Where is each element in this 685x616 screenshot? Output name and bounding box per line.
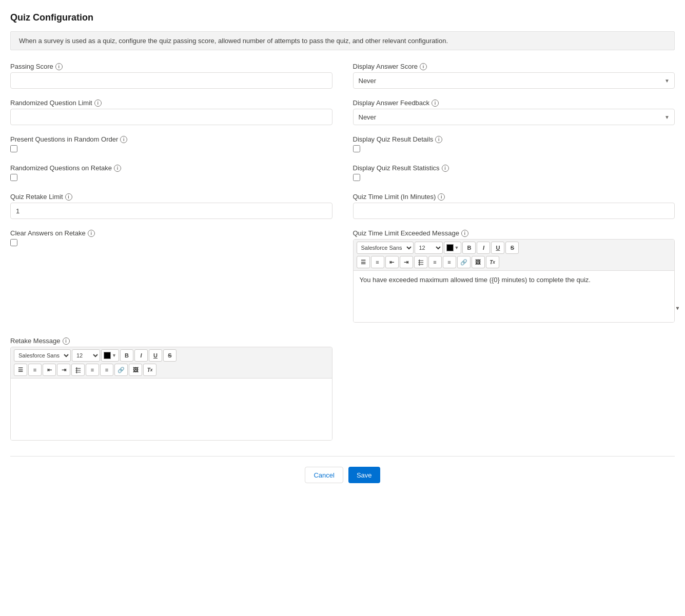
passing-score-info-icon[interactable]: i [55, 63, 63, 70]
retake-rte-align-right-button[interactable]: ≡ [100, 364, 113, 376]
randomized-questions-retake-checkbox[interactable] [10, 174, 17, 181]
display-answer-score-label: Display Answer Score i [353, 63, 675, 70]
footer-buttons: Cancel Save [10, 456, 675, 483]
retake-rte-align-left-button[interactable]: ⬱ [71, 364, 85, 376]
retake-rte-indent-right-button[interactable]: ⇥ [57, 364, 70, 376]
display-quiz-result-statistics-group: Display Quiz Result Statistics i [353, 164, 675, 183]
retake-message-group: Retake Message i Salesforce Sans ▼ 12 ▼ … [10, 337, 332, 441]
display-quiz-result-statistics-checkbox[interactable] [353, 174, 360, 181]
quiz-time-limit-group: Quiz Time Limit (In Minutes) i [353, 193, 675, 219]
quiz-retake-limit-group: Quiz Retake Limit i [10, 193, 332, 219]
quiz-retake-limit-info-icon[interactable]: i [65, 193, 72, 201]
randomized-question-limit-info-icon[interactable]: i [94, 100, 102, 107]
cancel-button[interactable]: Cancel [305, 467, 343, 483]
retake-rte-size-select[interactable]: 12 [72, 349, 100, 362]
rte-toolbar-row2: ☰ ≡ ⇤ ⇥ ⬱ ≡ ≡ 🔗 🖼 Tx [357, 256, 672, 268]
display-answer-feedback-info-icon[interactable]: i [432, 100, 439, 107]
present-questions-random-label: Present Questions in Random Order i [10, 135, 332, 143]
display-answer-feedback-label: Display Answer Feedback i [353, 99, 675, 107]
form-grid: Passing Score i Display Answer Score i N… [10, 63, 675, 333]
display-answer-score-select[interactable]: Never Always After Passing After Deadlin… [353, 72, 675, 89]
rte-font-select[interactable]: Salesforce Sans [357, 242, 414, 254]
quiz-time-limit-rte: Salesforce Sans ▼ 12 ▼ ▼ B I U S [353, 239, 675, 323]
present-questions-random-checkbox[interactable] [10, 145, 17, 152]
display-quiz-result-details-group: Display Quiz Result Details i [353, 135, 675, 154]
display-quiz-result-details-info-icon[interactable]: i [435, 136, 442, 143]
present-questions-random-group: Present Questions in Random Order i [10, 135, 332, 154]
quiz-time-limit-exceeded-message-group: Quiz Time Limit Exceeded Message i Sales… [353, 229, 675, 323]
quiz-time-limit-exceeded-message-label: Quiz Time Limit Exceeded Message i [353, 229, 675, 237]
retake-rte-font-select[interactable]: Salesforce Sans [14, 349, 71, 362]
rte-indent-right-button[interactable]: ⇥ [400, 256, 413, 268]
page-title: Quiz Configuration [10, 12, 675, 23]
retake-rte-ordered-list-button[interactable]: ≡ [28, 364, 42, 376]
randomized-questions-retake-group: Randomized Questions on Retake i [10, 164, 332, 183]
retake-rte-bold-button[interactable]: B [120, 349, 133, 362]
retake-rte-align-center-button[interactable]: ≡ [86, 364, 99, 376]
retake-message-rte-content[interactable] [11, 379, 332, 440]
randomized-question-limit-label: Randomized Question Limit i [10, 99, 332, 107]
display-quiz-result-details-checkbox[interactable] [353, 145, 360, 152]
quiz-retake-limit-input[interactable] [10, 203, 332, 219]
quiz-time-limit-rte-content[interactable]: You have exceeded maximum allowed time (… [354, 271, 675, 322]
rte-unordered-list-button[interactable]: ☰ [357, 256, 370, 268]
retake-message-label: Retake Message i [10, 337, 332, 345]
save-button[interactable]: Save [348, 467, 380, 483]
rte-toolbar-row1: Salesforce Sans ▼ 12 ▼ ▼ B I U S [357, 242, 672, 254]
retake-rte-strikethrough-button[interactable]: S [163, 349, 177, 362]
retake-rte-indent-left-button[interactable]: ⇤ [43, 364, 56, 376]
clear-answers-retake-checkbox[interactable] [10, 239, 17, 246]
rte-size-select[interactable]: 12 [415, 242, 443, 254]
rte-indent-left-button[interactable]: ⇤ [385, 256, 399, 268]
retake-rte-underline-button[interactable]: U [149, 349, 162, 362]
rte-link-button[interactable]: 🔗 [457, 256, 471, 268]
randomized-question-limit-input[interactable] [10, 109, 332, 125]
quiz-retake-limit-label: Quiz Retake Limit i [10, 193, 332, 201]
rte-clear-format-button[interactable]: Tx [486, 256, 499, 268]
randomized-questions-retake-info-icon[interactable]: i [114, 165, 121, 172]
retake-rte-link-button[interactable]: 🔗 [114, 364, 128, 376]
rte-bold-button[interactable]: B [462, 242, 476, 254]
display-answer-feedback-select[interactable]: Never Always After Passing After Deadlin… [353, 109, 675, 125]
clear-answers-retake-label: Clear Answers on Retake i [10, 229, 332, 237]
retake-rte-color-swatch [104, 352, 111, 359]
rte-align-right-button[interactable]: ≡ [443, 256, 456, 268]
rte-color-button[interactable]: ▼ [444, 242, 462, 254]
rte-strikethrough-button[interactable]: S [505, 242, 519, 254]
display-quiz-result-statistics-info-icon[interactable]: i [442, 165, 449, 172]
rte-color-chevron-icon: ▼ [455, 245, 459, 250]
retake-rte-image-button[interactable]: 🖼 [129, 364, 142, 376]
retake-rte-clear-format-button[interactable]: Tx [143, 364, 156, 376]
quiz-time-limit-input[interactable] [353, 203, 675, 219]
retake-rte-italic-button[interactable]: I [134, 349, 148, 362]
present-questions-random-info-icon[interactable]: i [120, 136, 127, 143]
quiz-time-limit-exceeded-info-icon[interactable]: i [461, 230, 468, 237]
quiz-time-limit-rte-toolbar: Salesforce Sans ▼ 12 ▼ ▼ B I U S [354, 240, 675, 271]
passing-score-input[interactable] [10, 72, 332, 89]
quiz-time-limit-info-icon[interactable]: i [438, 193, 445, 201]
retake-rte-color-button[interactable]: ▼ [101, 349, 119, 362]
rte-align-center-button[interactable]: ≡ [428, 256, 442, 268]
retake-rte-color-chevron-icon: ▼ [112, 353, 116, 358]
display-answer-score-info-icon[interactable]: i [420, 63, 427, 70]
display-answer-score-select-wrapper: Never Always After Passing After Deadlin… [353, 72, 675, 89]
info-banner: When a survey is used as a quiz, configu… [10, 31, 675, 50]
passing-score-label: Passing Score i [10, 63, 332, 70]
retake-rte-unordered-list-button[interactable]: ☰ [14, 364, 27, 376]
rte-align-left-button[interactable]: ⬱ [414, 256, 427, 268]
rte-image-button[interactable]: 🖼 [472, 256, 485, 268]
randomized-questions-retake-label: Randomized Questions on Retake i [10, 164, 332, 172]
display-answer-feedback-group: Display Answer Feedback i Never Always A… [353, 99, 675, 125]
rte-color-swatch [446, 244, 454, 251]
quiz-time-limit-label: Quiz Time Limit (In Minutes) i [353, 193, 675, 201]
display-answer-feedback-select-wrapper: Never Always After Passing After Deadlin… [353, 109, 675, 125]
retake-rte-toolbar-row2: ☰ ≡ ⇤ ⇥ ⬱ ≡ ≡ 🔗 🖼 Tx [14, 364, 329, 376]
retake-rte-toolbar-row1: Salesforce Sans ▼ 12 ▼ ▼ B I U S [14, 349, 329, 362]
rte-underline-button[interactable]: U [491, 242, 504, 254]
rte-ordered-list-button[interactable]: ≡ [371, 256, 384, 268]
retake-message-rte: Salesforce Sans ▼ 12 ▼ ▼ B I U S ☰ ≡ ⇤ [10, 347, 332, 441]
retake-message-info-icon[interactable]: i [63, 337, 70, 345]
display-answer-score-group: Display Answer Score i Never Always Afte… [353, 63, 675, 89]
clear-answers-retake-info-icon[interactable]: i [88, 230, 95, 237]
rte-italic-button[interactable]: I [477, 242, 490, 254]
